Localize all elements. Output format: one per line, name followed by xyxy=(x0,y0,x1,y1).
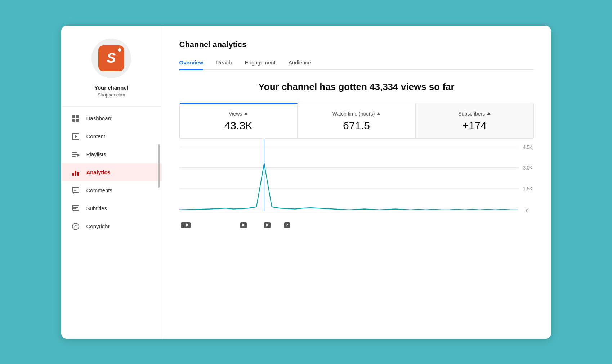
sidebar-item-analytics[interactable]: Analytics xyxy=(61,163,162,181)
main-content: Channel analytics Overview Reach Engagem… xyxy=(162,26,551,339)
tab-audience[interactable]: Audience xyxy=(289,59,311,70)
channel-url: Shopper.com xyxy=(98,92,125,98)
sidebar-item-subtitles[interactable]: Subtitles xyxy=(61,199,162,217)
stat-value-subscribers: +174 xyxy=(462,120,487,132)
sidebar-item-comments[interactable]: Comments xyxy=(61,181,162,199)
svg-marker-9 xyxy=(77,154,80,157)
stat-value-views: 43.3K xyxy=(224,120,253,132)
sidebar-label-copyright: Copyright xyxy=(86,223,110,229)
stat-label-subscribers: Subscribers xyxy=(458,111,491,117)
sidebar-scrollbar[interactable] xyxy=(158,144,160,188)
svg-rect-11 xyxy=(75,171,76,176)
svg-text:3.0K: 3.0K xyxy=(523,165,532,171)
svg-rect-12 xyxy=(77,172,79,176)
stat-label-watchtime: Watch time (hours) xyxy=(332,111,381,117)
marker-play-2[interactable] xyxy=(264,222,271,228)
marker-2-label: 2 xyxy=(286,223,288,227)
svg-text:1.5K: 1.5K xyxy=(523,186,532,192)
avatar-wrap: S xyxy=(91,39,131,78)
marker-play-1[interactable] xyxy=(240,222,247,228)
app-frame: S Your channel Shopper.com Dashboard xyxy=(61,26,551,339)
marker-play-1-icon xyxy=(242,223,245,227)
svg-marker-16 xyxy=(73,192,75,194)
svg-rect-10 xyxy=(72,173,74,176)
sidebar-label-subtitles: Subtitles xyxy=(86,205,107,211)
comments-icon xyxy=(71,186,80,195)
sidebar-label-analytics: Analytics xyxy=(86,169,111,175)
copyright-icon: C xyxy=(71,222,80,231)
analytics-icon xyxy=(71,168,80,177)
svg-marker-5 xyxy=(75,135,77,138)
sidebar-item-playlists[interactable]: Playlists xyxy=(61,145,162,163)
views-trend-icon xyxy=(244,112,248,115)
stat-value-watchtime: 671.5 xyxy=(343,120,370,132)
chart-svg: 4.5K 3.0K 1.5K 0 xyxy=(179,139,534,221)
sidebar-divider xyxy=(61,106,162,107)
content-icon xyxy=(71,132,80,141)
chart-area: 4.5K 3.0K 1.5K 0 3 xyxy=(179,139,534,330)
stat-card-subscribers[interactable]: Subscribers +174 xyxy=(416,103,533,138)
svg-rect-13 xyxy=(72,187,79,192)
sidebar-label-comments: Comments xyxy=(86,187,113,193)
channel-name: Your channel xyxy=(94,85,128,91)
sidebar-item-content[interactable]: Content xyxy=(61,127,162,145)
subscribers-trend-icon xyxy=(487,112,491,115)
svg-rect-2 xyxy=(72,119,75,122)
marker-3[interactable]: 3 xyxy=(181,222,191,228)
svg-rect-1 xyxy=(76,115,79,118)
sidebar-label-content: Content xyxy=(86,133,106,139)
page-title: Channel analytics xyxy=(179,40,534,49)
svg-rect-3 xyxy=(76,119,79,122)
svg-text:C: C xyxy=(74,224,77,229)
stat-label-views: Views xyxy=(229,111,248,117)
marker-3-play xyxy=(186,223,189,227)
sidebar-label-playlists: Playlists xyxy=(86,151,106,157)
subtitles-icon xyxy=(71,204,80,213)
channel-logo: S xyxy=(98,45,124,71)
svg-rect-0 xyxy=(72,115,75,118)
watchtime-trend-icon xyxy=(377,112,380,115)
sidebar-nav: Dashboard Content xyxy=(61,109,162,235)
chart-markers: 3 2 xyxy=(181,222,534,228)
sidebar: S Your channel Shopper.com Dashboard xyxy=(61,26,162,339)
summary-heading: Your channel has gotten 43,334 views so … xyxy=(179,81,534,93)
tab-reach[interactable]: Reach xyxy=(216,59,232,70)
sidebar-item-dashboard[interactable]: Dashboard xyxy=(61,109,162,127)
stat-card-views[interactable]: Views 43.3K xyxy=(180,103,298,138)
stat-card-watchtime[interactable]: Watch time (hours) 671.5 xyxy=(298,103,416,138)
grid-icon xyxy=(71,114,80,123)
logo-letter: S xyxy=(107,50,116,66)
marker-2[interactable]: 2 xyxy=(284,222,290,228)
logo-dot xyxy=(118,48,121,52)
sidebar-label-dashboard: Dashboard xyxy=(86,115,113,121)
marker-3-label: 3 xyxy=(183,223,185,227)
marker-play-2-icon xyxy=(266,223,269,227)
sidebar-item-copyright[interactable]: C Copyright xyxy=(61,217,162,235)
tab-engagement[interactable]: Engagement xyxy=(245,59,276,70)
tabs-bar: Overview Reach Engagement Audience xyxy=(179,59,534,70)
tab-overview[interactable]: Overview xyxy=(179,59,204,70)
svg-text:0: 0 xyxy=(526,208,528,214)
playlists-icon xyxy=(71,150,80,159)
stats-row: Views 43.3K Watch time (hours) 671.5 Sub… xyxy=(179,103,534,139)
svg-text:4.5K: 4.5K xyxy=(523,144,532,150)
